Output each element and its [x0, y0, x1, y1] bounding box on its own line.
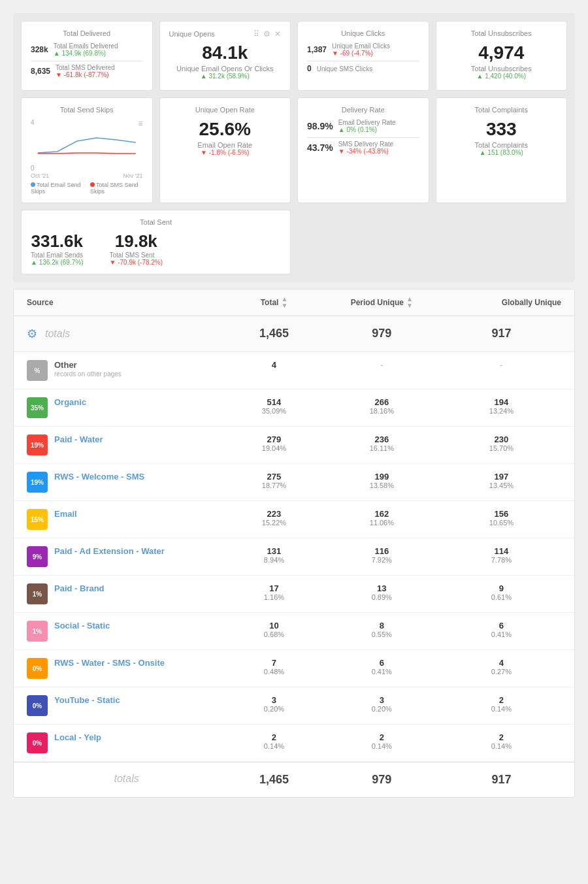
table-row: 1% Paid - Brand 17 1.16% 130.89% 90.61% [14, 576, 574, 613]
source-name-link[interactable]: Organic [54, 397, 86, 407]
email-clicks-value: 1,387 [307, 45, 327, 54]
globally-unique-cell: 20.14% [442, 695, 561, 713]
source-header: Source [27, 296, 226, 309]
total-complaints-title: Total Complaints [446, 106, 558, 114]
total-cell: 17 1.16% [226, 583, 322, 601]
source-name-link[interactable]: Paid - Brand [54, 583, 105, 593]
settings-icon[interactable]: ⚙ [263, 29, 270, 39]
sms-clicks-label: Unique SMS Clicks [317, 65, 373, 73]
total-cell: 279 19.04% [226, 434, 322, 452]
source-name-link[interactable]: RWS - Welcome - SMS [54, 472, 144, 482]
source-cell: 19% RWS - Welcome - SMS [27, 472, 226, 493]
total-cell: 7 0.48% [226, 658, 322, 676]
source-name-link[interactable]: Paid - Water [54, 434, 103, 444]
sms-delivery-label: SMS Delivery Rate [338, 140, 393, 148]
source-cell: 1% Social - Static [27, 621, 226, 642]
source-name-link[interactable]: Email [54, 509, 77, 519]
source-badge: 0% [27, 732, 48, 753]
period-unique-cell: 60.41% [322, 658, 442, 676]
total-unsubscribes-value: 4,974 [446, 42, 558, 63]
chart-label-nov: Nov '21 [123, 172, 142, 179]
close-icon[interactable]: ✕ [274, 29, 281, 39]
unique-open-rate-title: Unique Open Rate [169, 106, 282, 114]
sms-delivered-trend: ▼ -61.8k (-87.7%) [56, 71, 115, 78]
source-badge: 0% [27, 695, 48, 716]
total-delivered-title: Total Delivered [31, 29, 143, 37]
source-name-link[interactable]: Paid - Ad Extension - Water [54, 546, 165, 556]
total-email-sends-label: Total Email Sends [31, 252, 84, 259]
period-unique-cell: 19913.58% [322, 472, 442, 489]
total-email-sends-value: 331.6k [31, 231, 84, 252]
gear-icon[interactable]: ⚙ [27, 327, 37, 341]
chart-label-oct: Oct '21 [31, 172, 49, 179]
total-complaints-value: 333 [446, 119, 558, 140]
table-rows-container: % Other records on other pages 4 - - 35%… [14, 352, 574, 762]
delivery-rate-card: Delivery Rate 98.9% Email Delivery Rate … [297, 97, 429, 203]
total-cell: 514 35.09% [226, 397, 322, 415]
unique-opens-value: 84.1k [169, 42, 282, 63]
period-unique-cell: - [322, 360, 442, 370]
source-cell: 19% Paid - Water [27, 434, 226, 455]
totals-top-total: 1,465 [226, 327, 322, 341]
source-cell: 0% YouTube - Static [27, 695, 226, 716]
source-cell: 9% Paid - Ad Extension - Water [27, 546, 226, 567]
total-sent-title: Total Sent [31, 218, 281, 226]
globally-unique-cell: 15610.65% [442, 509, 561, 527]
total-unsubscribes-sub: Total Unsubscribes [446, 65, 558, 73]
total-cell: 275 18.77% [226, 472, 322, 489]
source-badge: 15% [27, 509, 48, 530]
chart-y-min: 0 [31, 165, 35, 172]
source-name-link[interactable]: Local - Yelp [54, 732, 101, 742]
email-delivery-label: Email Delivery Rate [338, 119, 396, 126]
period-sort-icon[interactable]: ▲▼ [406, 296, 413, 309]
source-badge: % [27, 360, 48, 381]
source-name-link[interactable]: YouTube - Static [54, 695, 120, 705]
globally-unique-header: Globally Unique [442, 296, 561, 309]
total-sort-icon[interactable]: ▲▼ [281, 296, 287, 309]
total-unsubscribes-card: Total Unsubscribes 4,974 Total Unsubscri… [436, 21, 568, 91]
table-header: Source Total ▲▼ Period Unique ▲▼ Globall… [14, 289, 574, 316]
globally-unique-cell: 19713.45% [442, 472, 561, 489]
sms-delivered-value: 8,635 [31, 67, 50, 76]
source-cell: 35% Organic [27, 397, 226, 418]
hamburger-icon[interactable]: ≡ [138, 119, 142, 128]
table-row: 15% Email 223 15.22% 16211.06% 15610.65% [14, 501, 574, 538]
globally-unique-cell: 20.14% [442, 732, 561, 750]
source-cell: 15% Email [27, 509, 226, 530]
unique-opens-card: Unique Opens ⠿ ⚙ ✕ 84.1k Unique Email Op… [159, 21, 291, 91]
globally-unique-cell: 60.41% [442, 621, 561, 638]
table-row: 1% Social - Static 10 0.68% 80.55% 60.41… [14, 613, 574, 650]
total-unsubscribes-trend: ▲ 1,420 (40.0%) [446, 73, 558, 80]
unique-clicks-card: Unique Clicks 1,387 Unique Email Clicks … [297, 21, 429, 91]
source-sub: records on other pages [54, 370, 122, 378]
table-row: 35% Organic 514 35.09% 26618.16% 19413.2… [14, 389, 574, 427]
total-cell: 4 [226, 360, 322, 370]
totals-bottom-label: totals [27, 773, 226, 787]
email-delivered-trend: ▲ 134.9k (69.8%) [54, 50, 118, 57]
email-clicks-trend: ▼ -69 (-4.7%) [332, 50, 390, 57]
send-skips-chart [31, 128, 143, 161]
totals-bottom-globally: 917 [442, 773, 561, 787]
totals-top-globally: 917 [442, 327, 561, 341]
email-delivered-value: 328k [31, 45, 48, 54]
source-badge: 9% [27, 546, 48, 567]
source-name-link[interactable]: Social - Static [54, 621, 110, 630]
source-cell: % Other records on other pages [27, 360, 226, 381]
source-cell: 0% RWS - Water - SMS - Onsite [27, 658, 226, 679]
table-row: % Other records on other pages 4 - - [14, 352, 574, 389]
source-cell: 1% Paid - Brand [27, 583, 226, 604]
total-cell: 10 0.68% [226, 621, 322, 638]
period-unique-cell: 16211.06% [322, 509, 442, 527]
globally-unique-cell: 1147.78% [442, 546, 561, 564]
legend2: Total SMS Send Skips [90, 182, 139, 195]
source-name-link[interactable]: RWS - Water - SMS - Onsite [54, 658, 165, 668]
unique-open-rate-value: 25.6% [169, 119, 282, 140]
unique-open-rate-trend: ▼ -1.8% (-6.5%) [169, 149, 282, 156]
total-send-skips-title: Total Send Skips [31, 106, 143, 114]
totals-bottom-period: 979 [322, 773, 442, 787]
table-row: 19% RWS - Welcome - SMS 275 18.77% 19913… [14, 464, 574, 501]
source-table: Source Total ▲▼ Period Unique ▲▼ Globall… [13, 289, 575, 798]
legend1: Total Email Send Skips [31, 182, 81, 195]
grid-icon[interactable]: ⠿ [253, 29, 259, 39]
period-unique-cell: 30.20% [322, 695, 442, 713]
